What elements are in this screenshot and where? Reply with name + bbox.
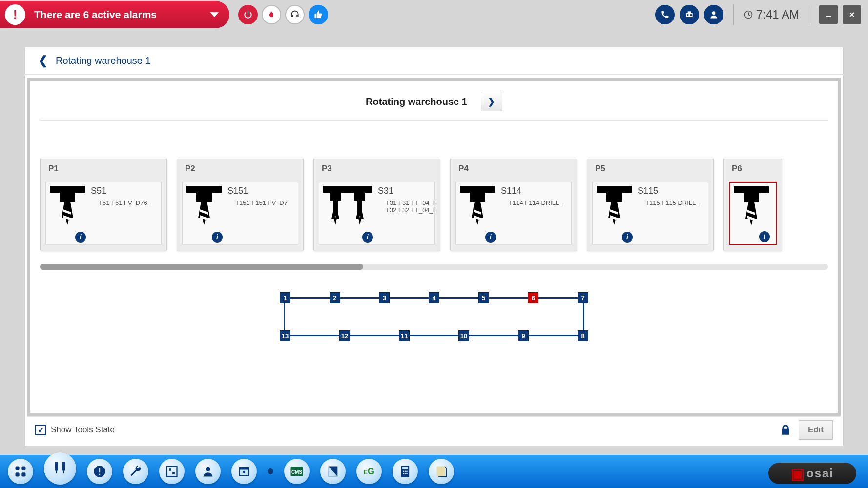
svg-rect-23	[323, 186, 372, 193]
calculator-icon	[398, 465, 412, 478]
svg-rect-63	[167, 467, 177, 477]
svg-marker-32	[334, 218, 337, 225]
alarm-pill[interactable]: ! There are 6 active alarms	[0, 1, 229, 28]
diagram-node[interactable]: 10	[458, 330, 469, 341]
drill-icon	[51, 460, 69, 477]
diagram-node[interactable]: 7	[578, 292, 588, 303]
content: Rotating warehouse 1 ❯ P1S51T51 F51 FV_D…	[27, 78, 841, 416]
minimize-button[interactable]	[819, 5, 838, 24]
dock-apps-button[interactable]	[8, 459, 33, 484]
thumbs-up-button[interactable]	[309, 5, 328, 24]
svg-rect-17	[201, 202, 207, 218]
dock-cms-button[interactable]: CMS	[284, 459, 310, 484]
horizontal-scrollbar[interactable]	[40, 264, 828, 270]
dock-tools-button[interactable]	[44, 452, 76, 485]
chevron-down-icon	[210, 12, 219, 17]
svg-marker-19	[207, 202, 210, 218]
page-title: Rotating warehouse 1	[366, 96, 467, 107]
svg-rect-1	[687, 14, 688, 16]
diagram-node[interactable]: 11	[399, 330, 410, 341]
svg-marker-11	[70, 202, 73, 218]
info-button[interactable]: i	[759, 231, 770, 242]
lock-icon	[779, 424, 792, 436]
layout-icon	[165, 465, 179, 478]
info-button[interactable]: i	[362, 232, 373, 243]
info-button[interactable]: i	[212, 232, 223, 243]
info-button[interactable]: i	[75, 232, 86, 243]
brand-icon: ▣	[791, 465, 806, 482]
svg-rect-58	[16, 467, 20, 470]
tool-card[interactable]: P5S115T115 F115 DRILL_i	[587, 159, 714, 250]
tool-card[interactable]: P2S151T151 F151 FV_D7i	[177, 159, 304, 250]
diagram-node[interactable]: 13	[280, 330, 290, 341]
tool-card[interactable]: P3S31T31 F31 FT_04_DT32 F32 FT_04_Li	[313, 159, 440, 250]
svg-rect-35	[470, 193, 485, 202]
tool-card[interactable]: P1S51T51 F51 FV_D76_i	[40, 159, 167, 250]
dock-alert-button[interactable]	[87, 459, 112, 484]
show-tools-state-checkbox[interactable]: ✔ Show Tools State	[35, 425, 115, 435]
position-label: P6	[724, 159, 782, 179]
svg-rect-64	[169, 468, 171, 471]
alert-icon	[93, 465, 106, 478]
phone-button[interactable]	[655, 5, 675, 24]
diagram-node[interactable]: 2	[330, 292, 340, 303]
position-diagram: 12345671312111098	[280, 293, 588, 340]
main-panel: ❮ Rotating warehouse 1 Rotating warehous…	[24, 47, 844, 446]
svg-rect-24	[330, 193, 341, 201]
edit-button[interactable]: Edit	[799, 420, 833, 440]
right-cluster: 7:41 AM	[655, 4, 868, 25]
diagram-node[interactable]: 4	[429, 292, 439, 303]
dock-wrench-button[interactable]	[123, 459, 148, 484]
scroll-thumb[interactable]	[40, 264, 363, 270]
svg-marker-33	[358, 218, 361, 225]
dock-sheet-button[interactable]	[320, 459, 346, 484]
diagram-node[interactable]: 5	[478, 292, 489, 303]
diagram-node[interactable]: 9	[518, 330, 529, 341]
svg-rect-51	[744, 193, 759, 202]
info-button[interactable]: i	[485, 232, 496, 243]
user-button[interactable]	[704, 5, 723, 24]
svg-rect-27	[333, 201, 338, 216]
svg-rect-60	[16, 472, 20, 476]
machine-button[interactable]	[680, 5, 699, 24]
tool-body: S114T114 F114 DRILL_i	[455, 182, 572, 245]
svg-marker-38	[480, 202, 483, 218]
tool-info: S31T31 F31 FT_04_DT32 F32 FT_04_L	[378, 186, 435, 214]
dock-calculator-button[interactable]	[393, 459, 418, 484]
diagram-node[interactable]: 12	[339, 330, 350, 341]
top-bar: ! There are 6 active alarms 7:41 A	[0, 0, 868, 29]
eg-icon: EG	[364, 467, 374, 477]
alarm-icon: !	[5, 4, 25, 25]
fire-button[interactable]	[262, 5, 281, 24]
info-button[interactable]: i	[622, 232, 633, 243]
tool-card[interactable]: P4S114T114 F114 DRILL_i	[450, 159, 577, 250]
svg-rect-31	[357, 201, 362, 216]
dock-program-button[interactable]	[231, 459, 257, 484]
dock-user-button[interactable]	[195, 459, 221, 484]
tool-line: T115 F115 DRILL_	[645, 199, 700, 206]
tool-card[interactable]: P6i	[723, 159, 782, 250]
diagram-node[interactable]: 8	[578, 330, 588, 341]
brand-logo: ▣ osai	[768, 463, 856, 484]
diagram-node[interactable]: 1	[280, 292, 290, 303]
checkbox-icon: ✔	[35, 425, 46, 435]
back-button[interactable]: ❮	[38, 54, 48, 67]
svg-rect-34	[460, 186, 495, 193]
dock-notes-button[interactable]	[429, 459, 454, 484]
svg-rect-42	[597, 186, 632, 193]
top-actions	[238, 5, 328, 24]
diagram-node[interactable]: 3	[379, 292, 390, 303]
position-label: P1	[41, 159, 166, 179]
drill-icon	[734, 186, 769, 227]
dock-eg-button[interactable]: EG	[356, 459, 382, 484]
svg-rect-16	[196, 193, 212, 202]
power-button[interactable]	[238, 5, 258, 24]
headset-button[interactable]	[285, 5, 305, 24]
dock-layout-button[interactable]	[159, 459, 185, 484]
drill-icon	[50, 186, 85, 227]
tool-cards-scroller: P1S51T51 F51 FV_D76_iP2S151T151 F151 FV_…	[40, 121, 828, 270]
close-icon	[848, 11, 855, 18]
close-button[interactable]	[843, 5, 861, 24]
next-warehouse-button[interactable]: ❯	[481, 92, 502, 111]
diagram-node[interactable]: 6	[528, 292, 538, 303]
